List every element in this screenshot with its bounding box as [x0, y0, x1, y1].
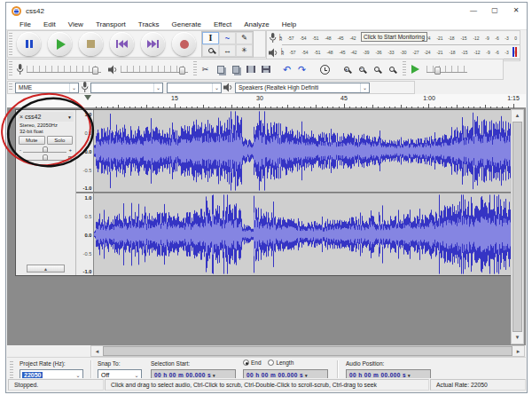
track-header[interactable]: × css42 ▼	[18, 112, 74, 122]
menu-tracks[interactable]: Tracks	[132, 19, 166, 30]
menu-edit[interactable]: Edit	[37, 19, 62, 30]
meter-scale-value: -45	[337, 32, 343, 43]
length-radio[interactable]: Length	[268, 359, 293, 366]
track-close-icon[interactable]: ×	[20, 114, 23, 120]
scroll-down-icon[interactable]: ▼	[512, 332, 523, 344]
menu-effect[interactable]: Effect	[207, 19, 238, 30]
recording-volume-slider[interactable]	[27, 66, 101, 73]
pan-slider-thumb[interactable]	[43, 154, 48, 161]
menu-view[interactable]: View	[62, 19, 90, 30]
toolbar-gripper[interactable]	[9, 33, 12, 55]
minimize-button[interactable]: —	[463, 3, 484, 19]
copy-button[interactable]	[214, 63, 227, 76]
redo-icon: ↷	[298, 64, 306, 75]
record-button[interactable]	[172, 32, 196, 56]
meter-scale-value: -9	[485, 32, 489, 43]
scroll-up-icon[interactable]: ▲	[512, 110, 523, 122]
audio-track[interactable]: × css42 ▼ Stereo, 22050Hz 32-bit float M…	[15, 109, 518, 276]
vertical-scroll-thumb[interactable]	[512, 122, 522, 332]
zoom-tool-button[interactable]	[202, 44, 219, 57]
playback-speed-slider[interactable]	[426, 66, 467, 73]
meter-scale-value: -12	[473, 46, 480, 58]
time-shift-tool-button[interactable]: ↔	[219, 44, 236, 57]
track-title[interactable]: css42	[25, 114, 41, 120]
fit-project-button[interactable]	[385, 63, 398, 76]
menu-analyze[interactable]: Analyze	[238, 19, 275, 30]
track-area[interactable]: × css42 ▼ Stereo, 22050Hz 32-bit float M…	[7, 108, 526, 345]
envelope-tool-button[interactable]: ~	[219, 32, 236, 44]
waveform-left-channel[interactable]	[94, 110, 518, 192]
zoom-in-button[interactable]	[340, 63, 353, 76]
playback-meter[interactable]: L R -57-54-51-48-45-42-39-36-33-30-27-24…	[267, 45, 520, 59]
recording-meter[interactable]: L R -57-54-51-48-45-42-39-36-33-30-27-24…	[267, 31, 520, 45]
playback-device-select[interactable]: Speakers (Realtek High Definiti⌄	[235, 83, 370, 93]
audio-host-select[interactable]: MME⌄	[15, 83, 79, 93]
meter-scale-value: 0	[514, 32, 517, 43]
title-bar[interactable]: css42 — ▢ ✕	[6, 3, 527, 19]
zoom-out-button[interactable]	[355, 63, 368, 76]
solo-button[interactable]: Solo	[47, 136, 74, 145]
play-at-speed-button[interactable]	[409, 63, 422, 76]
toolbar-gripper[interactable]	[9, 61, 12, 77]
cut-button[interactable]: ✂	[199, 63, 212, 76]
menu-transport[interactable]: Transport	[90, 19, 132, 30]
waveform-right-channel[interactable]	[94, 194, 518, 275]
skip-to-start-button[interactable]	[110, 32, 134, 56]
redo-button[interactable]: ↷	[295, 63, 309, 76]
sync-lock-button[interactable]	[318, 63, 332, 76]
skip-to-end-button[interactable]	[141, 32, 165, 56]
recording-channels-select[interactable]: ⌄	[167, 83, 222, 93]
end-radio[interactable]: End	[243, 359, 262, 366]
meter-toolbar: L R -57-54-51-48-45-42-39-36-33-30-27-24…	[266, 30, 520, 61]
menu-help[interactable]: Help	[276, 19, 302, 30]
toolbar-gripper[interactable]	[193, 61, 197, 77]
toolbar-gripper[interactable]	[9, 83, 12, 91]
meter-scale-value: -9	[486, 46, 489, 58]
monitoring-tooltip[interactable]: Click to Start Monitoring	[361, 32, 427, 42]
playback-volume-thumb[interactable]	[179, 67, 185, 75]
undo-button[interactable]: ↶	[280, 63, 293, 76]
meter-scale-value: -21	[437, 46, 443, 58]
mute-button[interactable]: Mute	[19, 136, 45, 145]
gain-slider[interactable]	[23, 147, 66, 153]
meter-scale-value: -24	[425, 46, 431, 58]
gain-slider-thumb[interactable]	[43, 146, 48, 153]
fit-selection-button[interactable]	[370, 63, 383, 76]
pause-button[interactable]	[17, 32, 41, 56]
menu-generate[interactable]: Generate	[166, 19, 207, 30]
menu-file[interactable]: File	[13, 19, 37, 30]
multi-tool-button[interactable]: ✳	[236, 44, 253, 57]
scroll-right-icon[interactable]: ▸	[512, 346, 524, 356]
timeline-ruler[interactable]: 1530451:001:15	[7, 94, 526, 108]
recording-volume-thumb[interactable]	[92, 67, 98, 75]
scroll-left-icon[interactable]: ◂	[91, 346, 103, 356]
close-button[interactable]: ✕	[505, 3, 527, 19]
track-control-panel[interactable]: × css42 ▼ Stereo, 22050Hz 32-bit float M…	[16, 110, 76, 275]
paste-button[interactable]	[229, 63, 242, 76]
draw-tool-button[interactable]: ✎	[236, 32, 253, 44]
playback-speed-thumb[interactable]	[434, 67, 441, 75]
playback-volume-slider[interactable]	[121, 66, 188, 73]
vertical-scrollbar[interactable]: ▲ ▼	[511, 109, 524, 344]
pan-slider[interactable]	[24, 155, 66, 161]
pause-icon	[26, 40, 33, 48]
draw-tool-icon: ✎	[241, 34, 247, 42]
maximize-button[interactable]: ▢	[484, 3, 505, 19]
horizontal-scroll-thumb[interactable]	[103, 346, 512, 356]
selection-tool-button[interactable]: I	[202, 32, 219, 44]
toolbar-gripper[interactable]	[10, 361, 13, 379]
timeline-pin-icon[interactable]	[84, 95, 91, 100]
silence-audio-button[interactable]	[259, 63, 272, 76]
playback-device-value: Speakers (Realtek High Definiti	[239, 84, 318, 91]
track-collapse-button[interactable]: ▲	[27, 265, 65, 273]
trim-audio-button[interactable]	[244, 63, 257, 76]
horizontal-scrollbar[interactable]: ◂ ▸	[90, 345, 525, 357]
play-button[interactable]	[48, 32, 72, 56]
stop-button[interactable]	[79, 32, 103, 56]
skip-start-icon	[116, 40, 128, 48]
toolbar-gripper[interactable]	[403, 61, 406, 77]
track-menu-dropdown-icon[interactable]: ▼	[67, 115, 72, 120]
recording-device-select[interactable]: ⌄	[90, 83, 163, 93]
mixer-mic-icon	[16, 64, 24, 75]
meter-scale-value: -3	[505, 46, 508, 58]
